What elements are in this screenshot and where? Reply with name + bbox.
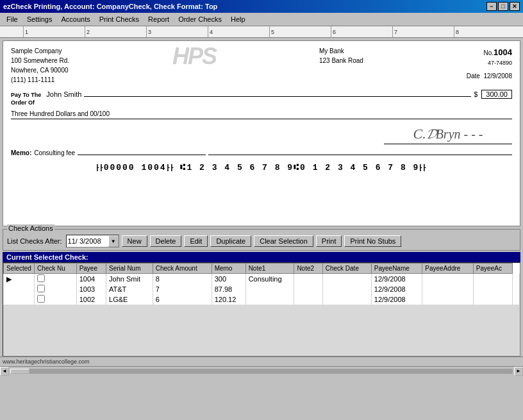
- cell-payee: LG&E: [106, 294, 153, 305]
- cell-serial: 6: [153, 294, 212, 305]
- memo-underline: [78, 155, 206, 155]
- company-info: Sample Company 100 Somewhere Rd. Nowhere…: [11, 46, 69, 85]
- delete-button[interactable]: Delete: [150, 235, 182, 247]
- cell-note2: [322, 294, 371, 305]
- col-header-payeeac: PayeeAc: [473, 264, 512, 274]
- print-no-stubs-button[interactable]: Print No Stubs: [344, 235, 401, 247]
- signature-section: C.𝓓‍⁠Bryn - - -: [11, 126, 512, 144]
- date-line: Date 12/9/2008: [467, 71, 512, 81]
- title-bar: ezCheck Printing, Account: CompanyCheck,…: [0, 0, 523, 13]
- pay-to-line: Pay To The Order Of John Smith $ 300.00: [11, 90, 512, 106]
- cell-note2: [322, 284, 371, 294]
- row-indicator-cell: [4, 294, 35, 305]
- close-button[interactable]: ✕: [510, 2, 520, 11]
- row-checkbox[interactable]: [37, 285, 45, 292]
- bank-info: My Bank 123 Bank Road: [319, 46, 363, 85]
- cell-payee: AT&T: [106, 284, 153, 294]
- dollar-sign: $: [474, 90, 477, 98]
- row-checkbox[interactable]: [37, 274, 45, 282]
- checkbox-cell[interactable]: [34, 284, 76, 294]
- menu-print-checks[interactable]: Print Checks: [95, 14, 143, 24]
- checkbox-cell[interactable]: [34, 274, 76, 285]
- row-checkbox[interactable]: [37, 295, 45, 303]
- cell-payeeAc: [512, 274, 519, 285]
- check-number-area: No.1004 47-74890 Date 12/9/2008: [467, 46, 512, 85]
- menu-help[interactable]: Help: [227, 14, 249, 24]
- title-bar-buttons: − □ ✕: [486, 2, 520, 11]
- col-header-checkamount: Check Amount: [153, 264, 212, 274]
- edit-button[interactable]: Edit: [184, 235, 208, 247]
- horizontal-scrollbar[interactable]: ◄ ►: [0, 366, 523, 375]
- cell-payeeAddr: [473, 274, 512, 285]
- website-label: www.heritagechristiancollege.com: [3, 358, 90, 365]
- table-row[interactable]: 1002LG&E6120.1212/9/2008: [4, 294, 520, 305]
- menu-report[interactable]: Report: [144, 14, 173, 24]
- minimize-button[interactable]: −: [486, 2, 497, 11]
- check-table: Selected Check Nu Payee Serial Num Check…: [3, 263, 520, 305]
- date-input-group[interactable]: ▼: [66, 235, 119, 248]
- memo-value: Consulting fee: [34, 149, 75, 156]
- cell-note1: [294, 284, 322, 294]
- check-number: 1004: [494, 47, 512, 57]
- footer-bar: www.heritagechristiancollege.com: [0, 357, 523, 366]
- micr-line: ⸠⸠00000 1004⸠⸠ ⑆1 2 3 4 5 6 7 8 9⑆0 1 2 …: [11, 163, 512, 172]
- company-address1: 100 Somewhere Rd.: [11, 56, 69, 65]
- clear-selection-button[interactable]: Clear Selection: [254, 235, 313, 247]
- empty-table-area: [3, 305, 520, 356]
- check-actions-group: Check Actions List Checks After: ▼ New D…: [3, 229, 520, 251]
- cell-checkDate: 12/9/2008: [371, 294, 422, 305]
- date-dropdown-button[interactable]: ▼: [108, 235, 119, 247]
- table-header-row: Selected Check Nu Payee Serial Num Check…: [4, 264, 520, 274]
- actions-row: List Checks After: ▼ New Delete Edit Dup…: [7, 235, 516, 248]
- check-date: 12/9/2008: [483, 72, 512, 80]
- signature: C.𝓓‍⁠Bryn - - -: [384, 126, 512, 144]
- menu-settings[interactable]: Settings: [23, 14, 56, 24]
- scroll-track[interactable]: [10, 369, 513, 374]
- cell-note2: [322, 274, 371, 285]
- menu-file[interactable]: File: [3, 14, 22, 24]
- ruler-mark-2: 2: [85, 26, 146, 37]
- check-actions-title: Check Actions: [7, 224, 54, 232]
- scroll-thumb[interactable]: [10, 369, 29, 374]
- menu-accounts[interactable]: Accounts: [57, 14, 94, 24]
- scroll-right-button[interactable]: ►: [514, 367, 523, 376]
- ruler-mark-1: 1: [23, 26, 85, 37]
- cell-note1: [294, 274, 322, 285]
- signature-area: C.𝓓‍⁠Bryn - - -: [384, 126, 512, 144]
- company-address2: Nowhere, CA 90000: [11, 65, 69, 75]
- check-table-area[interactable]: Selected Check Nu Payee Serial Num Check…: [3, 262, 520, 357]
- col-header-payeeaddr: PayeeAddre: [422, 264, 474, 274]
- maximize-button[interactable]: □: [498, 2, 508, 11]
- date-input[interactable]: [67, 237, 108, 246]
- cell-amount: 120.12: [212, 294, 245, 305]
- table-row[interactable]: 1003AT&T787.9812/9/2008: [4, 284, 520, 294]
- cell-memo: [245, 294, 294, 305]
- cell-checkNo: 1004: [76, 274, 106, 285]
- cell-serial: 8: [153, 274, 212, 285]
- cell-payeeAc: [512, 284, 519, 294]
- hps-logo: HPS: [172, 43, 216, 85]
- signature-line: [208, 155, 512, 155]
- duplicate-button[interactable]: Duplicate: [210, 235, 251, 247]
- pay-to-section: Pay To The Order Of John Smith $ 300.00: [11, 90, 512, 106]
- list-checks-label: List Checks After:: [7, 237, 62, 245]
- current-selected-label: Current Selected Check:: [3, 252, 520, 262]
- ruler-mark-5: 5: [269, 26, 331, 37]
- ruler: 1 2 3 4 5 6 7 8: [0, 26, 523, 38]
- payee-name: John Smith: [46, 90, 81, 98]
- company-phone: (111) 111-1111: [11, 75, 69, 85]
- cell-serial: 7: [153, 284, 212, 294]
- amount-words: Three Hundred Dollars and 00/100: [11, 110, 512, 119]
- scroll-left-button[interactable]: ◄: [0, 367, 9, 376]
- checkbox-cell[interactable]: [34, 294, 76, 305]
- memo-label: Memo:: [11, 149, 31, 156]
- ruler-mark-3: 3: [146, 26, 208, 37]
- new-button[interactable]: New: [122, 235, 147, 247]
- table-row[interactable]: ▶1004John Smit8300Consulting12/9/2008: [4, 274, 520, 285]
- menu-order-checks[interactable]: Order Checks: [174, 14, 226, 24]
- print-button[interactable]: Print: [316, 235, 342, 247]
- cell-note1: [294, 294, 322, 305]
- active-row-indicator: ▶: [6, 275, 12, 283]
- cell-payeeName: [422, 274, 474, 285]
- row-indicator-cell: [4, 284, 35, 294]
